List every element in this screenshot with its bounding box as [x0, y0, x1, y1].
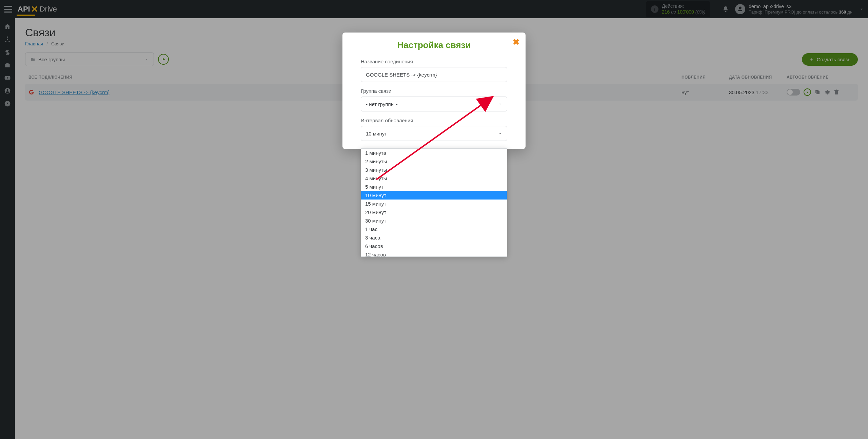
group-select[interactable]: - нет группы - [361, 97, 507, 111]
interval-option[interactable]: 2 минуты [361, 157, 507, 166]
interval-option[interactable]: 3 часа [361, 233, 507, 242]
chevron-down-icon [498, 102, 502, 106]
label-connection-name: Название соединения [361, 59, 507, 64]
chevron-down-icon [498, 131, 502, 135]
modal-title: Настройка связи [342, 40, 526, 50]
label-interval: Интервал обновления [361, 118, 507, 123]
interval-select[interactable]: 10 минут [361, 126, 507, 141]
interval-option[interactable]: 4 минуты [361, 174, 507, 183]
interval-option[interactable]: 5 минут [361, 183, 507, 191]
interval-option[interactable]: 12 часов [361, 250, 507, 257]
interval-option[interactable]: 3 минуты [361, 166, 507, 174]
interval-option[interactable]: 6 часов [361, 242, 507, 250]
interval-option[interactable]: 15 минут [361, 200, 507, 208]
interval-option[interactable]: 20 минут [361, 208, 507, 216]
interval-option[interactable]: 30 минут [361, 216, 507, 225]
close-button[interactable]: ✖ [513, 37, 519, 47]
interval-option[interactable]: 1 минута [361, 149, 507, 157]
settings-modal: ✖ Настройка связи Название соединения Гр… [342, 33, 526, 149]
interval-option[interactable]: 10 минут [361, 191, 507, 200]
interval-option[interactable]: 1 час [361, 225, 507, 233]
interval-dropdown: 1 минута2 минуты3 минуты4 минуты5 минут1… [361, 148, 507, 257]
connection-name-input[interactable] [361, 67, 507, 82]
modal-overlay[interactable]: ✖ Настройка связи Название соединения Гр… [0, 0, 868, 439]
label-group: Группа связи [361, 88, 507, 94]
